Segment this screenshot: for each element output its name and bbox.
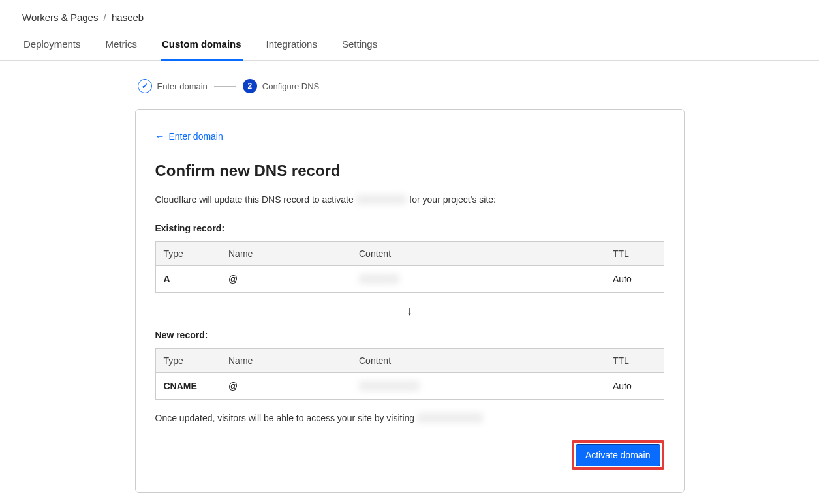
step-connector	[214, 86, 236, 87]
th-type: Type	[155, 242, 221, 266]
cell-ttl: Auto	[605, 373, 664, 400]
tab-deployments[interactable]: Deployments	[22, 38, 82, 60]
breadcrumb-current: haseeb	[112, 12, 144, 23]
breadcrumb-sep: /	[104, 12, 106, 23]
cell-content	[351, 266, 605, 293]
tab-metrics[interactable]: Metrics	[104, 38, 138, 60]
tab-integrations[interactable]: Integrations	[265, 38, 318, 60]
th-name: Name	[221, 349, 351, 373]
stepper: ✓ Enter domain 2 Configure DNS	[135, 79, 685, 93]
th-ttl: TTL	[605, 349, 664, 373]
tabs: Deployments Metrics Custom domains Integ…	[0, 38, 819, 61]
lead-text: Cloudflare will update this DNS record t…	[155, 194, 664, 205]
activate-domain-button[interactable]: Activate domain	[576, 444, 660, 466]
redacted-ip	[359, 274, 399, 284]
note-prefix: Once updated, visitors will be able to a…	[155, 413, 418, 423]
step-2-number: 2	[243, 79, 257, 93]
tab-custom-domains[interactable]: Custom domains	[161, 38, 243, 61]
th-name: Name	[221, 242, 351, 266]
breadcrumb-parent[interactable]: Workers & Pages	[22, 12, 98, 23]
redacted-domain	[356, 194, 407, 205]
note-text: Once updated, visitors will be able to a…	[155, 413, 664, 423]
step-configure-dns: 2 Configure DNS	[243, 79, 319, 93]
table-row: A @ Auto	[155, 266, 664, 293]
cell-content	[351, 373, 605, 400]
th-content: Content	[351, 242, 605, 266]
back-link[interactable]: ← Enter domain	[155, 130, 223, 141]
arrow-down-icon: ↓	[155, 304, 664, 318]
lead-prefix: Cloudflare will update this DNS record t…	[155, 194, 356, 205]
cell-name: @	[221, 373, 351, 400]
page-title: Confirm new DNS record	[155, 162, 664, 180]
step-1-label: Enter domain	[157, 82, 208, 91]
check-icon: ✓	[138, 79, 152, 93]
new-record-table: Type Name Content TTL CNAME @	[155, 348, 664, 400]
th-content: Content	[351, 349, 605, 373]
breadcrumb: Workers & Pages / haseeb	[0, 0, 819, 23]
highlight-box: Activate domain	[572, 440, 664, 470]
cell-name: @	[221, 266, 351, 293]
back-link-label: Enter domain	[169, 131, 223, 141]
lead-suffix: for your project's site:	[407, 194, 496, 205]
card: ← Enter domain Confirm new DNS record Cl…	[135, 109, 685, 493]
new-record-label: New record:	[155, 330, 664, 340]
table-row: CNAME @ Auto	[155, 373, 664, 400]
redacted-cname	[359, 381, 420, 391]
existing-record-label: Existing record:	[155, 223, 664, 233]
th-ttl: TTL	[605, 242, 664, 266]
cell-ttl: Auto	[605, 266, 664, 293]
redacted-url	[417, 413, 483, 423]
step-enter-domain: ✓ Enter domain	[138, 79, 208, 93]
cell-type: CNAME	[155, 373, 221, 400]
existing-record-table: Type Name Content TTL A @ Auto	[155, 241, 664, 293]
arrow-left-icon: ←	[155, 130, 165, 141]
th-type: Type	[155, 349, 221, 373]
tab-settings[interactable]: Settings	[341, 38, 379, 60]
cell-type: A	[155, 266, 221, 293]
step-2-label: Configure DNS	[262, 82, 319, 91]
